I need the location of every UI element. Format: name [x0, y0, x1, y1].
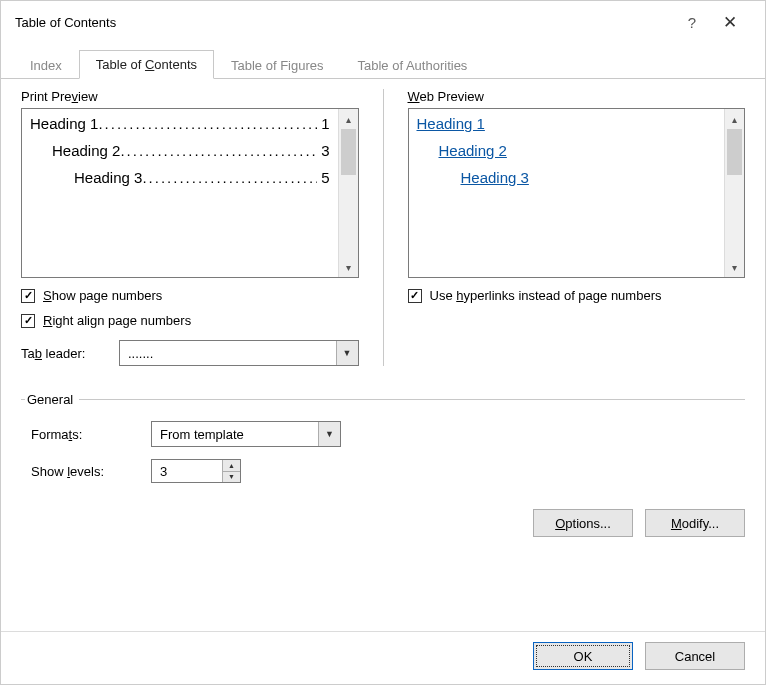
tab-table-of-figures[interactable]: Table of Figures [214, 51, 341, 79]
print-preview-row: Heading 1 ..............................… [30, 115, 330, 132]
formats-label: Formats: [31, 427, 143, 442]
scroll-thumb[interactable] [727, 129, 742, 175]
scroll-down-icon[interactable]: ▾ [339, 257, 358, 277]
print-preview-content: Heading 1 ..............................… [22, 109, 338, 277]
scroll-up-icon[interactable]: ▴ [725, 109, 744, 129]
show-page-numbers-checkbox[interactable] [21, 289, 35, 303]
leader-dots: ........................................… [142, 169, 317, 186]
print-preview-section: Print Preview Heading 1 ................… [21, 89, 359, 366]
scroll-thumb[interactable] [341, 129, 356, 175]
tab-leader-label: Tab leader: [21, 346, 111, 361]
close-button[interactable]: ✕ [707, 12, 753, 33]
scroll-up-icon[interactable]: ▴ [339, 109, 358, 129]
tab-leader-select[interactable]: ....... ▼ [119, 340, 359, 366]
dialog-body: Print Preview Heading 1 ................… [1, 79, 765, 619]
web-preview-label: Web Preview [408, 89, 746, 104]
dialog-footer: OK Cancel [1, 631, 765, 684]
web-preview-link: Heading 1 [417, 115, 485, 132]
cancel-button[interactable]: Cancel [645, 642, 745, 670]
tab-index[interactable]: Index [13, 51, 79, 79]
help-button[interactable]: ? [677, 14, 707, 31]
web-preview-section: Web Preview Heading 1 Heading 2 Heading … [408, 89, 746, 366]
tab-table-of-contents[interactable]: Table of Contents [79, 50, 214, 79]
web-preview-link: Heading 3 [417, 169, 529, 186]
vertical-divider [383, 89, 384, 366]
formats-value: From template [152, 427, 318, 442]
print-preview-row: Heading 2 ..............................… [30, 142, 330, 159]
right-align-page-numbers-label: Right align page numbers [43, 313, 191, 328]
use-hyperlinks-label: Use hyperlinks instead of page numbers [430, 288, 662, 303]
show-levels-label: Show levels: [31, 464, 143, 479]
ok-button[interactable]: OK [533, 642, 633, 670]
web-preview-content: Heading 1 Heading 2 Heading 3 [409, 109, 725, 277]
show-levels-spinner[interactable]: 3 ▲ ▼ [151, 459, 241, 483]
web-preview-scrollbar[interactable]: ▴ ▾ [724, 109, 744, 277]
tab-strip: Index Table of Contents Table of Figures… [1, 49, 765, 79]
print-preview-box: Heading 1 ..............................… [21, 108, 359, 278]
scroll-down-icon[interactable]: ▾ [725, 257, 744, 277]
right-align-page-numbers-checkbox[interactable] [21, 314, 35, 328]
options-button[interactable]: Options... [533, 509, 633, 537]
chevron-down-icon[interactable]: ▼ [336, 341, 358, 365]
modify-button[interactable]: Modify... [645, 509, 745, 537]
leader-dots: ........................................… [98, 115, 317, 132]
show-page-numbers-label: Show page numbers [43, 288, 162, 303]
general-legend: General [25, 392, 79, 407]
tab-leader-value: ....... [120, 346, 336, 361]
web-preview-box: Heading 1 Heading 2 Heading 3 ▴ ▾ [408, 108, 746, 278]
chevron-down-icon[interactable]: ▼ [318, 422, 340, 446]
print-preview-scrollbar[interactable]: ▴ ▾ [338, 109, 358, 277]
web-preview-link: Heading 2 [417, 142, 507, 159]
general-group: General Formats: From template ▼ Show le… [21, 392, 745, 483]
use-hyperlinks-checkbox[interactable] [408, 289, 422, 303]
toc-dialog: Table of Contents ? ✕ Index Table of Con… [0, 0, 766, 685]
tab-table-of-authorities[interactable]: Table of Authorities [341, 51, 485, 79]
dialog-title: Table of Contents [15, 15, 677, 30]
spinner-up-icon[interactable]: ▲ [223, 460, 240, 471]
print-preview-row: Heading 3 ..............................… [30, 169, 330, 186]
formats-select[interactable]: From template ▼ [151, 421, 341, 447]
show-levels-value: 3 [152, 464, 222, 479]
spinner-down-icon[interactable]: ▼ [223, 471, 240, 483]
titlebar: Table of Contents ? ✕ [1, 1, 765, 43]
print-preview-label: Print Preview [21, 89, 359, 104]
leader-dots: ........................................… [120, 142, 317, 159]
